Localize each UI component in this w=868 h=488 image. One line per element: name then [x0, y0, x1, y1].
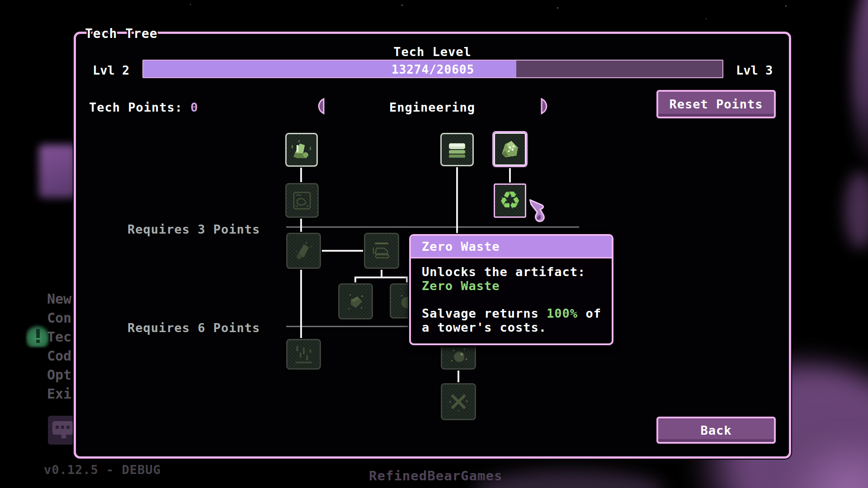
tier2-label: Requires 6 Points: [127, 321, 263, 335]
nebula-right-edge: [852, 0, 868, 172]
salvage-rock-icon: [497, 136, 523, 162]
tech-node-gear-blueprint[interactable]: [285, 183, 319, 218]
category-prev-arrow[interactable]: [313, 97, 326, 115]
mouse-cursor-icon: [528, 199, 549, 222]
tech-node-zero-waste[interactable]: ♻: [494, 183, 526, 218]
connector: [300, 217, 302, 234]
progress-value: 13274/20605: [143, 63, 722, 76]
bg-menu-item-codex: Cod: [47, 348, 74, 363]
tech-level-progress-bar: 13274/20605: [142, 60, 723, 78]
tech-points-value: 0: [190, 100, 198, 114]
rain-icon: [291, 341, 317, 367]
reset-points-button[interactable]: Reset Points: [656, 90, 776, 118]
notification-exclamation-icon: [36, 329, 40, 338]
cannon-icon: [291, 238, 317, 264]
category-name: Engineering: [326, 100, 539, 114]
tech-node-cannon[interactable]: [286, 233, 321, 269]
back-button[interactable]: Back: [656, 417, 776, 444]
level-left-label: Lvl 2: [93, 63, 129, 77]
bg-menu-item-options: Opt: [47, 367, 74, 382]
salvage-percent: 100%: [547, 306, 578, 320]
recycle-icon: ♻: [499, 188, 521, 213]
bg-menu-item-tech: Tec: [47, 329, 74, 344]
tech-node-barrel[interactable]: [338, 283, 373, 319]
tooltip-artifact-name: Zero Waste: [422, 279, 603, 293]
connector: [300, 268, 302, 340]
nebula-right-patch: [844, 172, 868, 249]
tech-node-turret[interactable]: [285, 133, 318, 167]
notification-exclamation-dot: [36, 340, 40, 343]
connector: [354, 277, 408, 278]
connector: [300, 167, 302, 184]
tooltip-title: Zero Waste: [411, 236, 612, 258]
barrel-icon: [343, 288, 369, 314]
tech-level-heading: Tech Level: [74, 45, 791, 59]
gear-blueprint-icon: [289, 188, 315, 214]
tier1-divider: [286, 226, 579, 228]
tech-points-label: Tech Points: 0: [89, 100, 198, 114]
tooltip-salvage-line: Salvage returns 100% of: [422, 306, 603, 320]
turret-icon: [288, 137, 315, 163]
tech-node-armor-plating[interactable]: [440, 133, 474, 166]
tier1-label: Requires 3 Points: [127, 222, 263, 236]
connector: [458, 370, 459, 384]
panel-title: Tech Tree: [85, 26, 158, 41]
star: [705, 18, 707, 19]
claw-icon: [445, 389, 472, 415]
tooltip-zero-waste: Zero Waste Unlocks the artifact: Zero Wa…: [409, 234, 613, 345]
connector: [321, 250, 364, 252]
mine-icon: [445, 342, 472, 368]
level-right-label: Lvl 3: [736, 63, 773, 77]
star: [557, 7, 558, 9]
tech-node-vehicle-blueprint[interactable]: [364, 233, 399, 269]
armor-plating-icon: [444, 136, 470, 163]
tooltip-salvage-line2: a tower's costs.: [422, 320, 603, 334]
tech-node-salvage[interactable]: [492, 131, 528, 167]
connector: [509, 167, 511, 184]
version-label: v0.12.5 - DEBUG: [44, 463, 161, 477]
tech-node-claw[interactable]: [441, 383, 476, 420]
star: [785, 5, 787, 7]
tooltip-line-unlocks: Unlocks the artifact:: [422, 265, 603, 279]
bg-menu-item-new: New: [47, 291, 74, 306]
tech-node-rain[interactable]: [286, 339, 321, 370]
nebula-bottom-center: [475, 470, 665, 488]
star: [401, 5, 403, 6]
studio-label: RefinedBearGames: [369, 468, 502, 483]
bg-menu-item-exit: Exi: [47, 386, 74, 401]
blurred-game-logo: [39, 145, 77, 198]
category-next-arrow[interactable]: [540, 97, 552, 115]
vehicle-blueprint-icon: [368, 238, 395, 264]
bg-menu-item-continue: Con: [47, 310, 74, 325]
star: [190, 4, 191, 5]
